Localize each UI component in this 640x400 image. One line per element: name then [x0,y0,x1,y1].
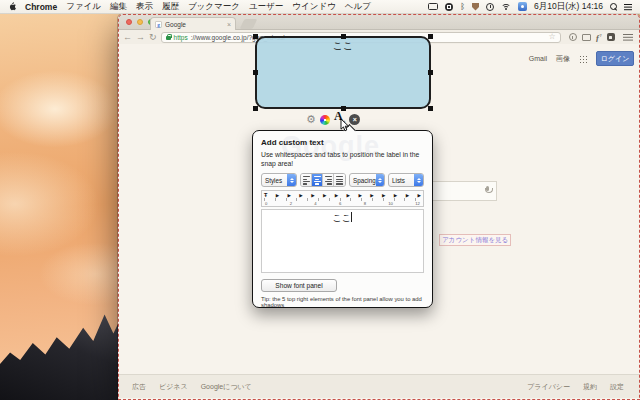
footer-link-business[interactable]: ビジネス [159,382,188,392]
styles-dropdown[interactable]: Styles [261,173,297,187]
google-footer: 広告 ビジネス Googleについて プライバシー 規約 設定 [118,374,640,398]
selection-handle[interactable] [253,34,258,39]
annotation-toolbar: ⚙ Aft × [306,112,360,127]
menu-item-file[interactable]: ファイル [66,1,101,13]
footer-link-about[interactable]: Googleについて [201,382,252,392]
spotlight-icon[interactable] [610,3,617,10]
align-justify-button[interactable] [334,174,345,186]
ruler-tab-marker-icon[interactable]: ▶ [311,193,314,198]
dropdown-arrows-icon [287,174,296,186]
selection-handle[interactable] [341,34,346,39]
selection-handle[interactable] [253,106,258,111]
menu-item-bookmarks[interactable]: ブックマーク [188,1,240,13]
menu-item-history[interactable]: 履歴 [162,1,179,13]
annotation-label: ここ [257,39,429,53]
text-ruler[interactable]: Ŧ ▶▶▶▶▶▶▶▶▶▶▶▶▶ 024681012 [261,190,424,207]
color-wheel-icon[interactable] [320,115,330,125]
ruler-tab-marker-icon[interactable]: ▶ [394,193,397,198]
https-lock-icon[interactable] [166,36,171,40]
ruler-tab-marker-icon[interactable]: ▶ [370,193,373,198]
footer-link-ads[interactable]: 広告 [132,382,146,392]
spacing-dropdown[interactable]: Spacing [349,173,385,187]
align-center-button[interactable] [312,174,323,186]
selection-handle[interactable] [428,34,433,39]
reload-button[interactable]: ↻ [149,33,157,42]
back-button[interactable]: ← [123,33,132,42]
menu-bar-status: ᛒ 6月10日(水) 14:16 [428,1,632,13]
menu-item-edit[interactable]: 編集 [110,1,127,13]
tab-close-icon[interactable]: × [227,21,231,28]
show-font-panel-button[interactable]: Show font panel [261,279,337,292]
bookmark-star-icon[interactable]: ☆ [548,33,555,41]
ruler-tab-marker-icon[interactable]: ▶ [323,193,326,198]
display-status-icon[interactable] [428,3,438,10]
minimize-window-button[interactable] [137,19,143,25]
footer-link-settings[interactable]: 設定 [610,382,624,392]
google-topbar: Gmail 画像 ログイン [529,51,634,66]
apple-menu-icon[interactable] [8,1,16,13]
notification-center-icon[interactable] [624,3,632,10]
extension-dark-icon[interactable] [607,33,615,41]
chrome-menu-icon[interactable] [623,33,633,41]
monosnap-status-icon[interactable] [445,3,453,11]
ruler-tab-marker-icon[interactable]: ▶ [288,193,291,198]
footer-link-privacy[interactable]: プライバシー [527,382,570,392]
lists-dropdown[interactable]: Lists [388,173,424,187]
selection-handle[interactable] [428,70,433,75]
settings-gear-icon[interactable]: ⚙ [306,114,316,125]
account-notification: す。 アカウント情報を見る [424,234,511,246]
tab-google[interactable]: g Google × [150,17,236,30]
ruler-tab-marker-icon[interactable]: ▶ [299,193,302,198]
menu-item-view[interactable]: 表示 [136,1,153,13]
voice-search-icon[interactable] [485,186,490,194]
ruler-tab-marker-icon[interactable]: ▶ [276,193,279,198]
custom-text-input[interactable]: ここ [261,209,424,273]
annotation-rectangle[interactable]: ここ [255,36,431,109]
wallpaper-mountain [0,305,126,400]
forward-button[interactable]: → [136,33,145,42]
clock-status-icon[interactable] [486,3,494,11]
extension-info-icon[interactable] [569,33,577,41]
ruler-tab-marker-icon[interactable]: ▶ [358,193,361,198]
login-button[interactable]: ログイン [596,51,634,66]
apps-grid-icon[interactable] [579,55,587,63]
ruler-tab-marker-icon[interactable]: ▶ [406,193,409,198]
images-link[interactable]: 画像 [556,54,570,64]
ruler-tab-marker-icon[interactable]: ▶ [335,193,338,198]
menu-item-user[interactable]: ユーザー [249,1,283,13]
ruler-tab-marker-icon[interactable]: ▶ [347,193,350,198]
url-scheme: https [174,34,188,41]
app-status-icon[interactable] [518,2,527,11]
mouse-cursor [340,118,350,136]
extension-function-icon[interactable]: ƒ? [596,32,602,43]
tab-stop-icon[interactable]: Ŧ [264,193,267,198]
align-right-button[interactable] [323,174,334,186]
menu-item-chrome[interactable]: Chrome [25,2,57,12]
browser-window: g Google × ← → ↻ https ://www.google.co.… [118,14,640,400]
close-window-button[interactable] [126,19,132,25]
screen: Chrome ファイル 編集 表示 履歴 ブックマーク ユーザー ウインドウ ヘ… [0,0,640,400]
custom-text-value: ここ [333,213,351,223]
tab-strip: g Google × [118,14,640,30]
wifi-icon[interactable] [501,3,511,10]
shield-status-icon[interactable] [472,3,479,11]
tab-favicon: g [155,21,162,28]
delete-annotation-icon[interactable]: × [349,114,360,125]
alignment-segmented-control [300,173,346,187]
gmail-link[interactable]: Gmail [529,55,547,62]
selection-handle[interactable] [253,70,258,75]
new-tab-button[interactable] [240,19,258,29]
menu-item-help[interactable]: ヘルプ [345,1,371,13]
bluetooth-icon[interactable]: ᛒ [460,3,465,11]
ruler-tab-marker-icon[interactable]: ▶ [382,193,385,198]
menu-item-window[interactable]: ウインドウ [292,1,336,13]
add-custom-text-popup: Google Add custom text Use whitespaces a… [252,130,433,308]
align-left-button[interactable] [301,174,312,186]
selection-handle[interactable] [428,106,433,111]
account-info-link[interactable]: アカウント情報を見る [439,234,511,246]
extension-icons: ƒ? [569,32,615,43]
ruler-tab-marker-icon[interactable]: ▶ [417,193,420,198]
menu-bar-clock[interactable]: 6月10日(水) 14:16 [534,1,603,13]
footer-link-terms[interactable]: 規約 [583,382,597,392]
extension-window-icon[interactable] [582,34,591,41]
